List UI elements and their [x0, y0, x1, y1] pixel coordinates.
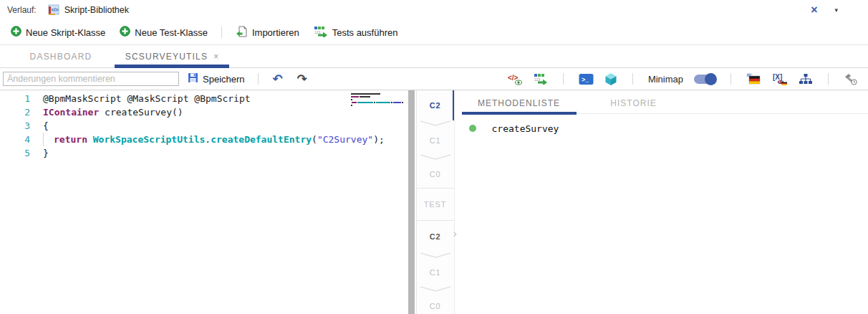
svg-text:[X]: [X] [773, 73, 782, 81]
chevron-down-icon [417, 252, 454, 259]
tab-methodenliste[interactable]: METHODENLISTE [462, 92, 577, 114]
editor-toolbar: Speichern ↶ ↷ </> 123 >_ [0, 68, 868, 90]
history-label: Verlauf: [7, 5, 37, 15]
method-status-dot [469, 125, 476, 132]
minimap-label: Minimap [648, 74, 683, 85]
right-panel: › METHODENLISTE HISTORIE createSurvey [455, 90, 868, 314]
undo-icon[interactable]: ↶ [269, 73, 287, 85]
history-bar: Verlauf: </> Skript-Bibliothek × ▾ [0, 0, 868, 20]
tab-historie-label: HISTORIE [610, 98, 656, 108]
tab-scsurveyutils-label: SCSURVEYUTILS [125, 52, 208, 62]
new-script-class-label: Neue Skript-Klasse [26, 27, 105, 38]
test-sequence-icon[interactable]: 123 [534, 73, 548, 85]
main-area: 1@BpmMaskScript @MaskScript @BpmScript2I… [0, 90, 868, 314]
panel-tabbar: METHODENLISTE HISTORIE [462, 92, 868, 114]
line-number: 2 [0, 105, 30, 119]
code-line: 5} [0, 146, 407, 160]
side-tab-test[interactable]: TEST [417, 189, 454, 220]
side-tab-c1[interactable]: C1 [417, 259, 454, 286]
import-icon [236, 26, 248, 39]
command-toolbar: Neue Skript-Klasse Neue Test-Klasse Impo… [0, 20, 868, 44]
run-tests-label: Tests ausführen [332, 27, 398, 38]
close-icon[interactable]: × [811, 4, 817, 16]
chevron-down-icon [417, 120, 454, 127]
line-number: 1 [0, 92, 30, 105]
panel-expand-icon[interactable]: › [453, 228, 457, 239]
chevron-down-icon [417, 286, 454, 292]
line-number: 4 [0, 133, 30, 146]
minimap-toggle[interactable] [694, 75, 715, 84]
terminal-icon[interactable]: >_ [579, 73, 594, 85]
tab-historie[interactable]: HISTORIE [577, 92, 691, 114]
tab-dashboard[interactable]: DASHBOARD [7, 45, 115, 67]
line-number: 3 [0, 119, 30, 133]
code-line: 1@BpmMaskScript @MaskScript @BpmScript [0, 92, 407, 105]
save-button[interactable]: Speichern [185, 72, 248, 85]
editor-toolbar-right: </> 123 >_ [508, 72, 862, 86]
code-line: 4return WorkSpaceScriptUtils.createDefau… [0, 133, 407, 146]
german-flag-icon[interactable] [746, 73, 761, 85]
line-content: return WorkSpaceScriptUtils.createDefaul… [30, 133, 385, 146]
method-list: createSurvey [462, 114, 868, 138]
redo-icon[interactable]: ↷ [293, 73, 312, 85]
svg-text:123: 123 [534, 77, 541, 82]
line-content: } [30, 146, 49, 160]
tab-methodenliste-label: METHODENLISTE [478, 98, 560, 108]
toolbar-separator [730, 73, 731, 85]
toolbar-separator [632, 73, 633, 85]
translation-icon[interactable]: [X] [772, 73, 788, 85]
new-test-class-button[interactable]: Neue Test-Klasse [115, 23, 213, 42]
new-test-class-label: Neue Test-Klasse [135, 27, 208, 38]
import-button[interactable]: Importieren [231, 23, 304, 42]
build-schedule-icon[interactable] [844, 73, 858, 85]
toolbar-separator [221, 27, 222, 38]
svg-text:>_: >_ [582, 76, 589, 83]
run-tests-icon: 123 [314, 26, 328, 39]
editor-scrollbar[interactable] [408, 90, 415, 314]
side-tab-c2[interactable]: C2 [417, 221, 454, 252]
panel-tabbar-fill [691, 92, 868, 114]
side-tab-strip: C2C1C0TESTC2C1C0 [416, 90, 455, 314]
tab-close-icon[interactable]: × [213, 52, 218, 62]
dropdown-caret-icon[interactable]: ▾ [834, 6, 838, 14]
side-tab-c2[interactable]: C2 [417, 90, 454, 120]
comment-input[interactable] [3, 72, 179, 86]
line-content: { [30, 119, 49, 133]
minimap-toggle-knob [705, 73, 717, 85]
code-line: 2IContainer createSurvey() [0, 105, 407, 119]
hierarchy-icon[interactable] [799, 73, 813, 85]
line-content: @BpmMaskScript @MaskScript @BpmScript [30, 92, 251, 105]
code-line: 3{ [0, 119, 407, 133]
script-library-book-icon: </> [48, 4, 59, 16]
add-icon [120, 26, 130, 39]
save-floppy-icon [188, 72, 198, 85]
code-preview-icon[interactable]: </> [508, 73, 523, 85]
run-tests-button[interactable]: 123 Tests ausführen [309, 23, 403, 42]
new-script-class-button[interactable]: Neue Skript-Klasse [6, 23, 110, 42]
tab-dashboard-label: DASHBOARD [30, 52, 92, 62]
line-number: 5 [0, 146, 30, 160]
history-item[interactable]: Skript-Bibliothek [64, 5, 129, 15]
method-list-item[interactable]: createSurvey [462, 118, 868, 138]
svg-text:</>: </> [51, 7, 58, 12]
code-editor[interactable]: 1@BpmMaskScript @MaskScript @BpmScript2I… [0, 90, 407, 314]
toolbar-separator [563, 73, 564, 85]
cube-icon[interactable] [604, 72, 617, 86]
add-icon [11, 26, 21, 39]
svg-text:123: 123 [314, 30, 321, 34]
minimap[interactable] [351, 93, 401, 108]
chevron-down-icon [417, 154, 454, 161]
side-tab-c0[interactable]: C0 [417, 292, 454, 314]
line-content: IContainer createSurvey() [30, 105, 183, 119]
save-label: Speichern [203, 74, 245, 85]
method-name: createSurvey [492, 123, 559, 134]
side-tab-c1[interactable]: C1 [417, 127, 454, 154]
side-tab-c0[interactable]: C0 [417, 161, 454, 188]
toolbar-separator [258, 73, 259, 85]
tab-scsurveyutils[interactable]: SCSURVEYUTILS × [115, 45, 229, 67]
import-label: Importieren [252, 27, 299, 38]
toolbar-separator [828, 73, 829, 85]
code-lines: 1@BpmMaskScript @MaskScript @BpmScript2I… [0, 92, 407, 160]
document-tabbar: DASHBOARD SCSURVEYUTILS × [0, 44, 868, 68]
